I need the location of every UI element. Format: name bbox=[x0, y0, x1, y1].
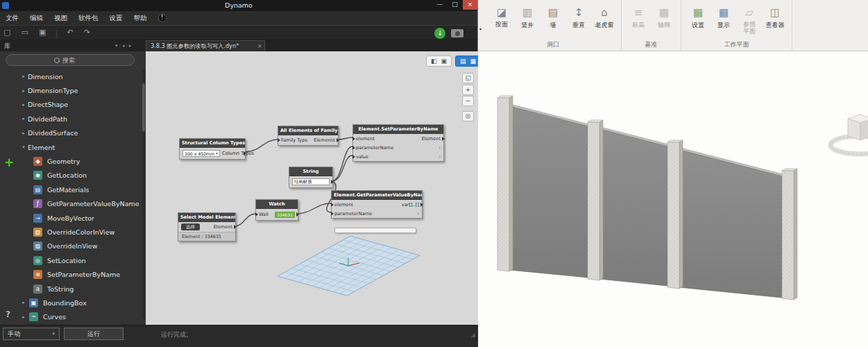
node-header[interactable]: Structural Column Types bbox=[180, 139, 245, 148]
geometry-view-icon[interactable]: ◧ bbox=[431, 56, 437, 66]
node-structural-column-types[interactable]: Structural Column Types 300 x 450mm▾ Col… bbox=[179, 138, 246, 160]
node-element-getparametervaluebyname[interactable]: Element.GetParameterValueByName element … bbox=[331, 190, 423, 219]
input-port[interactable] bbox=[331, 212, 334, 216]
revit-3d-view[interactable] bbox=[478, 52, 868, 347]
tree-item-dimensiontype[interactable]: ▸DimensionType bbox=[0, 83, 142, 97]
tree-item-getmaterials[interactable]: ▤GetMaterials bbox=[0, 183, 142, 196]
node-preview-bubble[interactable] bbox=[334, 228, 416, 233]
tree-item-movebyvector[interactable]: →MoveByVector bbox=[0, 211, 142, 225]
output-port[interactable] bbox=[234, 225, 237, 229]
fit-view-button[interactable]: ◱ bbox=[462, 73, 474, 83]
new-file-icon[interactable]: ▢ bbox=[3, 26, 10, 40]
node-watch[interactable]: Watch Wall 334631 bbox=[255, 199, 298, 221]
tree-item-overrideinview[interactable]: ▨OverrideInView bbox=[0, 239, 142, 253]
tree-item-directshape[interactable]: ▸DirectShape bbox=[0, 98, 142, 112]
select-button[interactable]: 选择 bbox=[181, 223, 200, 230]
save-file-icon[interactable]: ▣ bbox=[39, 26, 46, 40]
tree-item-dimension[interactable]: ▸Dimension bbox=[0, 69, 142, 83]
menu-edit[interactable]: 编辑 bbox=[24, 11, 49, 25]
node-string[interactable]: String 结构材质 bbox=[289, 167, 333, 188]
screenshot-icon[interactable]: ▣ bbox=[441, 56, 448, 66]
node-header[interactable]: String bbox=[289, 167, 332, 176]
menu-view[interactable]: 视图 bbox=[49, 11, 73, 25]
ribbon-button-vertical[interactable]: ↕垂直 bbox=[568, 6, 589, 30]
tree-item-tostring[interactable]: aToString bbox=[0, 282, 142, 296]
node-header[interactable]: Element.SetParameterByName bbox=[353, 125, 443, 134]
input-port[interactable] bbox=[278, 138, 280, 142]
input-port[interactable] bbox=[255, 212, 258, 217]
output-port[interactable] bbox=[244, 151, 246, 155]
tree-item-dividedpath[interactable]: ▸DividedPath bbox=[0, 112, 142, 126]
export-icon[interactable]: ↓ bbox=[434, 28, 445, 39]
tab-close-icon[interactable]: × bbox=[257, 41, 262, 51]
dynamo-titlebar[interactable]: Dynamo — □ × bbox=[0, 0, 477, 11]
library-scrollbar[interactable] bbox=[142, 69, 145, 319]
node-header[interactable]: Element.GetParameterValueByName bbox=[332, 191, 422, 200]
zoom-in-button[interactable]: + bbox=[462, 85, 474, 95]
node-header[interactable]: Watch bbox=[256, 200, 298, 209]
ribbon-button-show[interactable]: ▦显示 bbox=[713, 6, 734, 30]
notifications-icon[interactable]: ! bbox=[158, 14, 167, 22]
help-icon[interactable]: ? bbox=[6, 310, 10, 319]
tree-item-setparameterbyname[interactable]: ⊕SetParameterByName bbox=[0, 267, 142, 281]
search-input[interactable] bbox=[62, 57, 86, 64]
library-pin-controls[interactable]: ▾|◂|▸ bbox=[115, 40, 131, 51]
node-all-elements-of-family-type[interactable]: All Elements of Family Type Family Type … bbox=[278, 126, 339, 146]
output-port[interactable] bbox=[331, 180, 334, 184]
preview-view-icon[interactable]: ▦ bbox=[470, 56, 477, 66]
add-node-icon[interactable]: + bbox=[4, 155, 14, 169]
maximize-button[interactable]: □ bbox=[448, 0, 462, 10]
menu-settings[interactable]: 设置 bbox=[104, 11, 128, 25]
graph-canvas[interactable]: Structural Column Types 300 x 450mm▾ Col… bbox=[146, 51, 478, 325]
output-port[interactable] bbox=[442, 137, 445, 141]
node-header[interactable]: All Elements of Family Type bbox=[278, 126, 338, 135]
tree-item-curves[interactable]: ▸~Curves bbox=[0, 310, 142, 324]
pan-button[interactable]: ◎ bbox=[462, 111, 474, 121]
tab-active[interactable]: 3.8.3 图元参数的读取与写入.dyn* × bbox=[146, 40, 265, 51]
run-button[interactable]: 运行 bbox=[64, 328, 124, 340]
tree-item-element[interactable]: ▾Element bbox=[0, 140, 142, 154]
tree-item-geometry[interactable]: ◆Geometry bbox=[0, 154, 142, 168]
ribbon-caret-icon[interactable]: ▾ bbox=[479, 26, 482, 31]
viewcube[interactable] bbox=[831, 115, 868, 154]
column-type-dropdown[interactable]: 300 x 450mm▾ bbox=[182, 150, 220, 157]
node-header[interactable]: Select Model Element bbox=[178, 213, 235, 222]
output-port[interactable] bbox=[337, 138, 339, 142]
wall-panels[interactable] bbox=[509, 105, 785, 298]
output-port[interactable] bbox=[296, 212, 299, 217]
open-file-icon[interactable]: ▭ bbox=[22, 26, 28, 40]
string-value-input[interactable]: 结构材质 bbox=[292, 178, 330, 185]
close-button[interactable]: × bbox=[463, 0, 477, 10]
camera-icon[interactable] bbox=[451, 29, 463, 37]
tree-item-getlocation[interactable]: ◉GetLocation bbox=[0, 169, 142, 183]
menu-help[interactable]: 帮助 bbox=[128, 11, 153, 25]
tree-item-getparametervaluebyname[interactable]: ƒGetParameterValueByName bbox=[0, 197, 142, 211]
redo-icon[interactable]: ↷ bbox=[84, 26, 90, 40]
tree-item-setlocation[interactable]: ◎SetLocation bbox=[0, 253, 142, 267]
input-port[interactable] bbox=[352, 137, 355, 141]
input-port[interactable] bbox=[352, 146, 355, 150]
undo-icon[interactable]: ↶ bbox=[67, 26, 73, 40]
minimize-button[interactable]: — bbox=[432, 0, 447, 10]
ribbon-button-dormer[interactable]: ⌂老虎窗 bbox=[594, 6, 615, 30]
ribbon-button-set[interactable]: ▦设置 bbox=[688, 6, 708, 30]
tree-item-boundingbox[interactable]: ▸▣BoundingBox bbox=[0, 296, 142, 310]
run-mode-dropdown[interactable]: 手动 ▾ bbox=[3, 328, 60, 340]
tree-item-overridecolorinview[interactable]: ▧OverrideColorInView bbox=[0, 225, 142, 239]
ribbon-button-wall[interactable]: ▤墙 bbox=[543, 6, 563, 30]
tree-item-dividedsurface[interactable]: ▸DividedSurface bbox=[0, 126, 142, 140]
search-box[interactable] bbox=[6, 54, 135, 66]
zoom-out-button[interactable]: − bbox=[462, 96, 474, 106]
ribbon-button-by-face[interactable]: ◪按面 bbox=[491, 6, 512, 28]
ribbon-button-shaft[interactable]: ▥竖井 bbox=[517, 6, 538, 30]
menu-file[interactable]: 文件 bbox=[0, 11, 24, 25]
input-port[interactable] bbox=[352, 155, 355, 159]
input-port[interactable] bbox=[331, 203, 334, 207]
ribbon-button-viewer[interactable]: ◫查看器 bbox=[765, 6, 785, 30]
menu-packages[interactable]: 软件包 bbox=[73, 11, 104, 25]
resize-grip[interactable]: ◢ bbox=[470, 331, 475, 338]
output-port[interactable] bbox=[420, 203, 423, 207]
node-element-setparameterbyname[interactable]: Element.SetParameterByName element Eleme… bbox=[352, 124, 444, 162]
graph-view-icon[interactable]: ▤ bbox=[460, 56, 466, 66]
node-select-model-element[interactable]: Select Model Element 选择 Element Element … bbox=[178, 212, 236, 242]
